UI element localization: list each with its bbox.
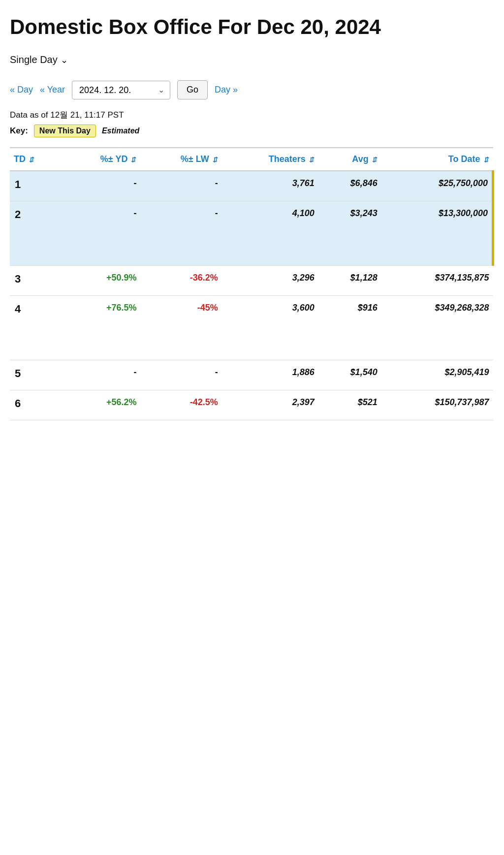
col-header-pct-yd[interactable]: %± YD ⇵ [61,148,140,171]
avg-cell: $1,540 [318,360,381,390]
view-mode-dropdown[interactable]: Single Day ⌄ [10,54,68,65]
pct-lw-cell: - [140,201,221,266]
to-date-cell: $13,300,000 [381,201,493,266]
avg-cell: $3,243 [318,201,381,266]
to-date-cell: $25,750,000 [381,171,493,201]
pct-lw-cell: -45% [140,296,221,360]
page-title: Domestic Box Office For Dec 20, 2024 [10,15,494,39]
sort-arrow-icon: ⇵ [131,156,136,163]
pct-yd-cell: - [61,171,140,201]
to-date-cell: $2,905,419 [381,360,493,390]
pct-yd-cell: +76.5% [61,296,140,360]
avg-cell: $6,846 [318,171,381,201]
to-date-cell: $349,268,328 [381,296,493,360]
theaters-cell: 2,397 [222,390,318,420]
pct-lw-cell: - [140,360,221,390]
col-header-avg[interactable]: Avg ⇵ [318,148,381,171]
chevron-down-icon: ⌄ [61,55,68,65]
avg-cell: $521 [318,390,381,420]
box-office-table: TD ⇵ %± YD ⇵ %± LW ⇵ Theaters ⇵ [10,147,494,420]
prev-year-link[interactable]: « Year [40,85,65,95]
pct-lw-cell: -36.2% [140,266,221,296]
go-button[interactable]: Go [177,80,208,99]
table-row: 3+50.9%-36.2%3,296$1,128$374,135,875 [10,266,493,296]
estimated-badge: Estimated [102,127,139,135]
table-row: 4+76.5%-45%3,600$916$349,268,328 [10,296,493,360]
col-header-pct-lw[interactable]: %± LW ⇵ [140,148,221,171]
table-row: 1--3,761$6,846$25,750,000 [10,171,493,201]
sort-arrow-icon: ⇵ [29,156,34,163]
sort-arrow-icon: ⇵ [309,156,315,163]
col-header-theaters[interactable]: Theaters ⇵ [222,148,318,171]
pct-yd-cell: - [61,360,140,390]
pct-lw-cell: - [140,171,221,201]
table-header-row: TD ⇵ %± YD ⇵ %± LW ⇵ Theaters ⇵ [10,148,493,171]
theaters-cell: 3,600 [222,296,318,360]
rank-cell: 5 [10,360,61,390]
table-row: 5--1,886$1,540$2,905,419 [10,360,493,390]
pct-lw-cell: -42.5% [140,390,221,420]
to-date-cell: $374,135,875 [381,266,493,296]
pct-yd-cell: +56.2% [61,390,140,420]
box-office-table-container: TD ⇵ %± YD ⇵ %± LW ⇵ Theaters ⇵ [10,147,494,420]
prev-day-link[interactable]: « Day [10,85,33,95]
rank-cell: 6 [10,390,61,420]
theaters-cell: 1,886 [222,360,318,390]
data-timestamp: Data as of 12월 21, 11:17 PST [10,109,494,121]
theaters-cell: 4,100 [222,201,318,266]
pct-yd-cell: - [61,201,140,266]
rank-cell: 4 [10,296,61,360]
rank-cell: 3 [10,266,61,296]
col-header-to-date[interactable]: To Date ⇵ [381,148,493,171]
col-header-td[interactable]: TD ⇵ [10,148,61,171]
date-select[interactable]: 2024. 12. 20. [72,81,170,99]
avg-cell: $1,128 [318,266,381,296]
pct-yd-cell: +50.9% [61,266,140,296]
view-mode-label: Single Day [10,54,58,65]
rank-cell: 1 [10,171,61,201]
sort-arrow-icon: ⇵ [484,156,489,163]
rank-cell: 2 [10,201,61,266]
next-day-link[interactable]: Day » [215,85,238,95]
table-row: 2--4,100$3,243$13,300,000 [10,201,493,266]
avg-cell: $916 [318,296,381,360]
sort-arrow-icon: ⇵ [213,156,218,163]
to-date-cell: $150,737,987 [381,390,493,420]
sort-arrow-icon: ⇵ [372,156,378,163]
theaters-cell: 3,761 [222,171,318,201]
new-this-day-badge: New This Day [34,125,96,137]
theaters-cell: 3,296 [222,266,318,296]
table-row: 6+56.2%-42.5%2,397$521$150,737,987 [10,390,493,420]
key-label: Key: [10,126,28,136]
